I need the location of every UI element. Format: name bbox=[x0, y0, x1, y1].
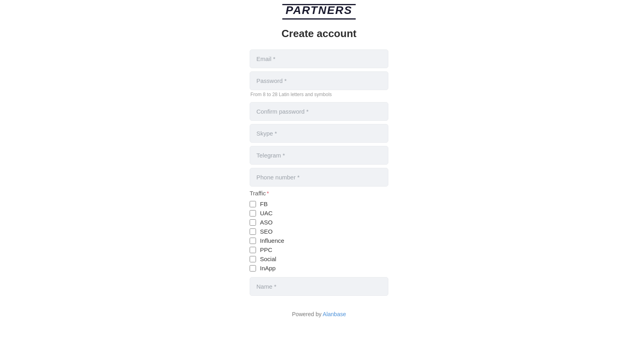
checkbox-aso[interactable]: ASO bbox=[250, 219, 388, 226]
checkbox-social-input[interactable] bbox=[250, 256, 256, 262]
footer-link[interactable]: Alanbase bbox=[323, 311, 346, 317]
checkbox-fb-label: FB bbox=[260, 201, 268, 207]
checkbox-inapp[interactable]: InApp bbox=[250, 265, 388, 272]
telegram-input[interactable] bbox=[250, 146, 388, 165]
checkbox-fb[interactable]: FB bbox=[250, 201, 388, 207]
skype-input[interactable] bbox=[250, 124, 388, 143]
checkbox-aso-label: ASO bbox=[260, 219, 273, 226]
traffic-label: Traffic * bbox=[250, 190, 388, 197]
footer: Powered by Alanbase bbox=[292, 311, 346, 317]
confirm-password-input[interactable] bbox=[250, 102, 388, 121]
page-wrapper: PARTNERS Create account From 8 to 28 Lat… bbox=[0, 0, 638, 333]
name-field-wrapper bbox=[250, 277, 388, 296]
checkbox-uac[interactable]: UAC bbox=[250, 210, 388, 216]
telegram-field-wrapper bbox=[250, 146, 388, 165]
checkbox-social-label: Social bbox=[260, 256, 276, 262]
checkbox-aso-input[interactable] bbox=[250, 219, 256, 226]
name-input[interactable] bbox=[250, 277, 388, 296]
password-field-wrapper: From 8 to 28 Latin letters and symbols bbox=[250, 71, 388, 99]
checkbox-influence[interactable]: Influence bbox=[250, 237, 388, 244]
skype-field-wrapper bbox=[250, 124, 388, 143]
traffic-required-star: * bbox=[267, 190, 269, 197]
checkbox-fb-input[interactable] bbox=[250, 201, 256, 207]
confirm-password-field-wrapper bbox=[250, 102, 388, 121]
phone-field-wrapper bbox=[250, 168, 388, 187]
checkbox-uac-label: UAC bbox=[260, 210, 273, 216]
phone-input[interactable] bbox=[250, 168, 388, 187]
checkbox-uac-input[interactable] bbox=[250, 210, 256, 216]
checkbox-inapp-input[interactable] bbox=[250, 265, 256, 272]
checkbox-seo-input[interactable] bbox=[250, 228, 256, 235]
checkbox-ppc-input[interactable] bbox=[250, 247, 256, 253]
logo-area: PARTNERS bbox=[282, 4, 355, 20]
traffic-section: Traffic * FB UAC ASO SEO Influence bbox=[250, 190, 388, 274]
checkbox-inapp-label: InApp bbox=[260, 265, 276, 272]
password-input[interactable] bbox=[250, 71, 388, 90]
checkbox-seo-label: SEO bbox=[260, 228, 273, 235]
checkbox-influence-label: Influence bbox=[260, 237, 284, 244]
checkbox-ppc-label: PPC bbox=[260, 246, 272, 253]
email-input[interactable] bbox=[250, 49, 388, 68]
email-field-wrapper bbox=[250, 49, 388, 68]
checkbox-social[interactable]: Social bbox=[250, 256, 388, 262]
create-account-form: From 8 to 28 Latin letters and symbols T… bbox=[250, 49, 388, 299]
logo: PARTNERS bbox=[282, 4, 355, 20]
checkbox-seo[interactable]: SEO bbox=[250, 228, 388, 235]
password-hint: From 8 to 28 Latin letters and symbols bbox=[250, 92, 388, 97]
checkbox-influence-input[interactable] bbox=[250, 238, 256, 244]
checkbox-ppc[interactable]: PPC bbox=[250, 246, 388, 253]
footer-text: Powered by bbox=[292, 311, 323, 317]
page-title: Create account bbox=[282, 28, 356, 40]
